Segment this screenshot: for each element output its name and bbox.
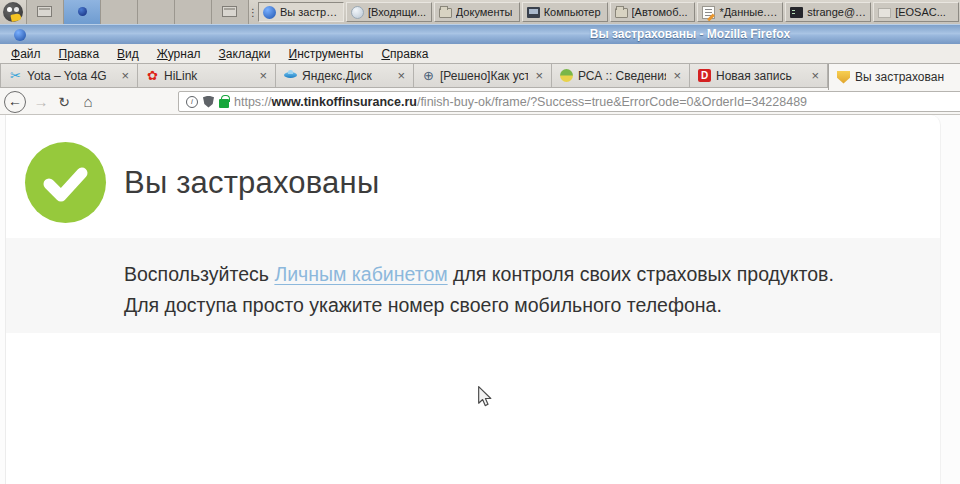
globe-favicon xyxy=(422,69,435,82)
window-icon xyxy=(878,8,891,18)
task-label: [EOSAC... xyxy=(895,6,946,18)
workspace-5[interactable] xyxy=(175,0,212,24)
navigation-toolbar: ← → ↻ ⌂ i https://www.tinkoffinsurance.r… xyxy=(0,88,960,115)
window-icon xyxy=(222,6,237,17)
menu-bookmarks[interactable]: Закладки xyxy=(210,46,280,62)
window-icon xyxy=(37,6,52,17)
tab-title: РСА :: Сведения xyxy=(578,69,666,83)
hilink-flower-favicon xyxy=(146,69,159,82)
url-text: https://www.tinkoffinsurance.ru/finish-b… xyxy=(234,95,807,109)
task-label: Документы xyxy=(456,6,513,18)
paragraph-line-1: Воспользуйтесь Личным кабинетом для конт… xyxy=(124,259,834,290)
task-label: *Данные.t... xyxy=(719,6,778,18)
folder-icon xyxy=(615,8,628,18)
task-button-text-editor[interactable]: *Данные.t... xyxy=(697,2,783,22)
computer-icon xyxy=(527,7,540,18)
tab-close-button[interactable]: × xyxy=(257,69,269,82)
url-protocol: https:// xyxy=(234,95,272,109)
task-button-firefox[interactable]: Вы застра... xyxy=(258,2,344,22)
tab-insured-active[interactable]: Вы застрахован xyxy=(828,64,960,90)
secure-padlock-icon[interactable] xyxy=(219,99,229,108)
yota-favicon xyxy=(9,69,22,82)
url-path: /finish-buy-ok/frame/?Success=true&Error… xyxy=(417,95,807,109)
tab-title: Яндекс.Диск xyxy=(302,69,390,83)
tab-close-button[interactable]: × xyxy=(533,69,545,82)
success-check-icon xyxy=(25,142,106,223)
home-button[interactable]: ⌂ xyxy=(78,91,98,113)
workspace-pager xyxy=(26,0,249,24)
page-title: Вы застрахованы xyxy=(124,165,379,201)
text-after-link: для контроля своих страховых продуктов. xyxy=(448,263,834,285)
task-label: strange@c... xyxy=(807,6,866,18)
tab-title: Yota – Yota 4G xyxy=(27,69,114,83)
page-card: Вы застрахованы Воспользуйтесь Личным ка… xyxy=(5,115,941,484)
tab-bar: Yota – Yota 4G × HiLink × Яндекс.Диск × … xyxy=(0,63,960,88)
personal-account-link[interactable]: Личным кабинетом xyxy=(274,263,447,285)
task-button-computer[interactable]: Компьютер xyxy=(522,2,608,22)
menu-bar: Файл Правка Вид Журнал Закладки Инструме… xyxy=(0,44,960,63)
window-title: Вы застрахованы - Mozilla Firefox xyxy=(430,27,950,41)
task-label: [Автомоб... xyxy=(632,6,688,18)
rsa-favicon xyxy=(560,69,573,82)
tab-rsa[interactable]: РСА :: Сведения × xyxy=(552,64,690,87)
workspace-2-active[interactable] xyxy=(64,0,101,24)
tracking-protection-shield-icon[interactable] xyxy=(203,96,214,108)
taskbar-overflow-handle[interactable]: ⋮ xyxy=(249,0,257,24)
workspace-4[interactable] xyxy=(138,0,175,24)
page-info-icon[interactable]: i xyxy=(186,96,198,108)
task-button-eosac[interactable]: [EOSAC... xyxy=(873,2,959,22)
firefox-window-icon xyxy=(14,29,26,41)
workspace-1[interactable] xyxy=(27,0,64,24)
tab-resheno[interactable]: [Решено]Как уст × xyxy=(414,64,552,87)
task-button-auto-folder[interactable]: [Автомоб... xyxy=(610,2,696,22)
success-header: Вы застрахованы xyxy=(25,142,379,223)
forward-button[interactable]: → xyxy=(31,91,51,113)
tab-yandex-disk[interactable]: Яндекс.Диск × xyxy=(276,64,414,87)
yandex-disk-favicon xyxy=(284,69,297,82)
menu-tools[interactable]: Инструменты xyxy=(280,46,373,62)
tab-title: Новая запись xyxy=(716,69,804,83)
menu-history[interactable]: Журнал xyxy=(148,46,210,62)
mouse-cursor xyxy=(477,386,492,411)
menu-help[interactable]: Справка xyxy=(372,46,437,62)
folder-icon xyxy=(439,8,452,18)
firefox-globe-icon xyxy=(263,6,276,19)
task-button-mail[interactable]: [Входящи... xyxy=(346,2,432,22)
tab-hilink[interactable]: HiLink × xyxy=(138,64,276,87)
tab-yota[interactable]: Yota – Yota 4G × xyxy=(0,64,138,87)
tab-close-button[interactable]: × xyxy=(395,69,407,82)
menu-view[interactable]: Вид xyxy=(108,46,148,62)
pale-globe-icon xyxy=(351,6,364,19)
tab-title: Вы застрахован xyxy=(855,70,959,84)
tab-title: HiLink xyxy=(164,69,252,83)
workspace-6[interactable] xyxy=(212,0,249,24)
tab-close-button[interactable]: × xyxy=(119,69,131,82)
tab-close-button[interactable]: × xyxy=(671,69,683,82)
menu-file[interactable]: Файл xyxy=(2,46,50,62)
task-label: Компьютер xyxy=(544,6,601,18)
tab-close-button[interactable]: × xyxy=(809,69,821,82)
text-before-link: Воспользуйтесь xyxy=(124,263,274,285)
task-button-list: Вы застра... [Входящи... Документы Компь… xyxy=(257,0,960,24)
info-paragraph: Воспользуйтесь Личным кабинетом для конт… xyxy=(124,259,834,321)
browser-viewport: Вы застрахованы Воспользуйтесь Личным ка… xyxy=(0,115,960,484)
back-button[interactable]: ← xyxy=(4,91,26,113)
paragraph-line-2: Для доступа просто укажите номер своего … xyxy=(124,290,834,321)
window-titlebar[interactable]: Вы застрахованы - Mozilla Firefox xyxy=(0,24,960,44)
firefox-window-dot-icon xyxy=(78,7,87,16)
workspace-3[interactable] xyxy=(101,0,138,24)
terminal-icon xyxy=(790,7,803,18)
menu-edit[interactable]: Правка xyxy=(50,46,109,62)
tab-title: [Решено]Как уст xyxy=(440,69,528,83)
url-domain: www.tinkoffinsurance.ru xyxy=(272,95,417,109)
task-label: [Входящи... xyxy=(368,6,426,18)
reload-button[interactable]: ↻ xyxy=(54,91,74,113)
task-label: Вы застра... xyxy=(280,6,339,18)
text-editor-icon xyxy=(702,6,715,19)
url-bar[interactable]: i https://www.tinkoffinsurance.ru/finish… xyxy=(178,91,960,112)
app-menu-button[interactable] xyxy=(0,0,26,24)
task-button-documents[interactable]: Документы xyxy=(434,2,520,22)
red-d-favicon xyxy=(698,69,711,82)
task-button-terminal[interactable]: strange@c... xyxy=(785,2,871,22)
tab-novaya-zapis[interactable]: Новая запись × xyxy=(690,64,828,87)
